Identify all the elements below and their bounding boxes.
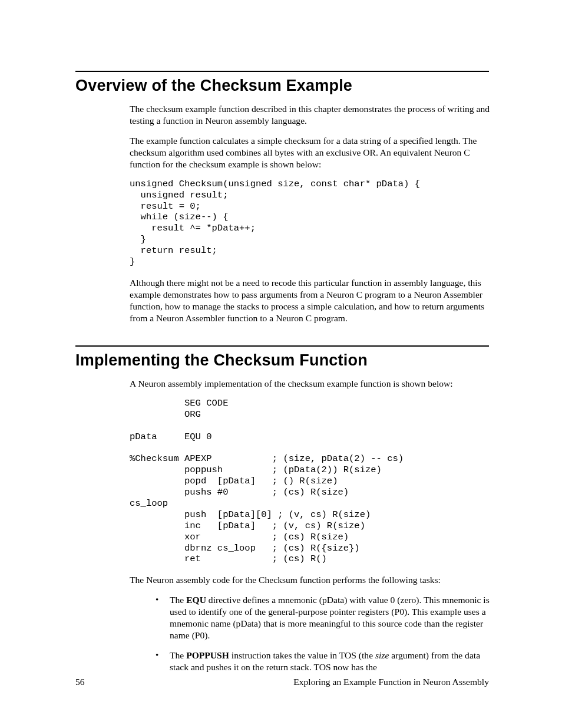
paragraph: The Neuron assembly code for the Checksu… (130, 574, 490, 586)
paragraph: Although there might not be a need to re… (130, 277, 490, 324)
bold-text: EQU (186, 595, 206, 605)
page-footer: 56 Exploring an Example Function in Neur… (75, 677, 489, 687)
text: The (170, 595, 186, 605)
paragraph: The checksum example function described … (130, 103, 490, 127)
text: The (170, 650, 186, 660)
list-item: The EQU directive defines a mnemonic (pD… (153, 594, 490, 641)
code-block-c: unsigned Checksum(unsigned size, const c… (130, 179, 490, 268)
section-heading-implementing: Implementing the Checksum Function (75, 351, 489, 370)
body-block-2: A Neuron assembly implementation of the … (130, 378, 490, 673)
italic-text: size (375, 650, 389, 660)
bullet-list: The EQU directive defines a mnemonic (pD… (153, 594, 490, 673)
paragraph: The example function calculates a simple… (130, 135, 490, 170)
paragraph: A Neuron assembly implementation of the … (130, 378, 490, 390)
body-block-1: The checksum example function described … (130, 103, 490, 324)
bold-text: POPPUSH (186, 650, 229, 660)
page-content: Overview of the Checksum Example The che… (75, 71, 489, 681)
text: directive defines a mnemonic (pData) wit… (170, 595, 490, 640)
code-block-asm: SEG CODE ORG pData EQU 0 %Checksum APEXP… (130, 398, 490, 565)
section-heading-overview: Overview of the Checksum Example (75, 77, 489, 95)
chapter-title: Exploring an Example Function in Neuron … (293, 677, 489, 687)
page-number: 56 (75, 677, 85, 687)
list-item: The POPPUSH instruction takes the value … (153, 650, 490, 673)
spacer (75, 332, 489, 345)
section-rule (75, 71, 489, 72)
text: instruction takes the value in TOS (the (229, 650, 375, 660)
section-rule (75, 345, 489, 347)
